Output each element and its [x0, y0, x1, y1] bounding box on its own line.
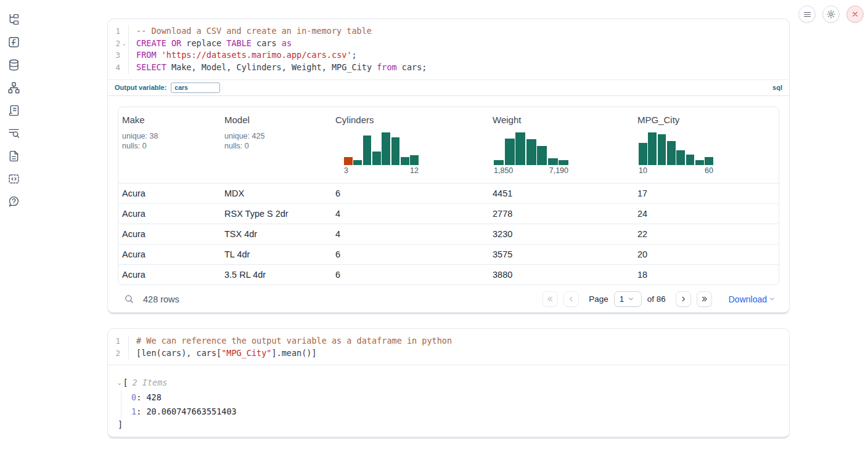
- code-text: [len(cars), cars["MPG_City"].mean()]: [128, 347, 789, 360]
- table-cell: TSX 4dr: [221, 224, 332, 244]
- hist-bar: [494, 160, 504, 165]
- hist-bar: [401, 157, 409, 165]
- table-row[interactable]: AcuraTL 4dr6357520: [118, 244, 779, 264]
- table-cell: 3575: [489, 245, 634, 264]
- tree-value: 20.060747663551403: [146, 407, 236, 416]
- column-name[interactable]: Cylinders: [335, 115, 485, 125]
- download-button[interactable]: Download: [729, 294, 776, 304]
- tree-value: 428: [146, 392, 161, 402]
- logs-icon: [7, 127, 20, 140]
- hist-bar: [639, 143, 647, 165]
- column-name[interactable]: MPG_City: [637, 115, 775, 125]
- previous-page-button[interactable]: [563, 291, 579, 307]
- output-variable-input[interactable]: [171, 83, 220, 93]
- menu-icon: [803, 10, 812, 19]
- column-header-cylinders: Cylinders312: [332, 107, 489, 183]
- hist-bar: [372, 152, 381, 165]
- code-text: CREATE OR replace TABLE cars as: [128, 38, 789, 50]
- sidebar-item-snippets[interactable]: [6, 172, 21, 185]
- code-text: -- Download a CSV and create an in-memor…: [128, 25, 789, 38]
- axis-min-label: 1,850: [494, 166, 513, 175]
- tree-entry: 1: 20.060747663551403: [131, 405, 779, 419]
- next-page-icon: [679, 295, 687, 303]
- table-cell: Acura: [118, 184, 221, 203]
- hist-bar: [695, 160, 704, 165]
- sidebar-item-scratchpad[interactable]: [6, 103, 21, 117]
- table-cell: 3230: [489, 224, 634, 244]
- line-number: 3: [108, 49, 120, 62]
- code-line[interactable]: 2[len(cars), cars["MPG_City"].mean()]: [108, 347, 789, 360]
- histogram-axis-labels: 312: [344, 166, 419, 175]
- settings-icon: [826, 9, 836, 19]
- column-header-model: Modelunique: 425nulls: 0: [221, 107, 332, 183]
- table-row[interactable]: AcuraRSX Type S 2dr4277824: [118, 203, 779, 224]
- table-cell: 2778: [489, 204, 634, 224]
- output-variable-label: Output variable:: [115, 84, 166, 91]
- sidebar-item-file-explorer[interactable]: [6, 12, 21, 26]
- tree-open-bracket: [: [123, 378, 128, 387]
- sql-code-editor[interactable]: 1-- Download a CSV and create an in-memo…: [108, 19, 789, 79]
- hist-bar: [363, 136, 372, 165]
- column-name[interactable]: Weight: [493, 115, 630, 125]
- fold-spacer: [120, 347, 128, 360]
- row-count: 428 rows: [143, 294, 179, 304]
- sidebar-item-datasources[interactable]: [6, 58, 21, 71]
- table-row[interactable]: Acura3.5 RL 4dr6388018: [118, 264, 779, 285]
- tree-separator: :: [136, 392, 146, 402]
- cell-sql: 1-- Download a CSV and create an in-memo…: [107, 18, 790, 314]
- settings-button[interactable]: [822, 6, 840, 23]
- column-stat: unique: 425: [224, 131, 328, 142]
- first-page-button[interactable]: [542, 291, 558, 307]
- sidebar-item-dependency-graph[interactable]: [6, 81, 21, 94]
- column-name[interactable]: Make: [122, 115, 217, 125]
- histogram-bars: [494, 132, 568, 165]
- last-page-button[interactable]: [697, 291, 712, 307]
- hist-bar: [382, 132, 390, 165]
- next-page-button[interactable]: [676, 291, 691, 307]
- sidebar-item-logs[interactable]: [6, 126, 21, 140]
- code-line[interactable]: 1# We can reference the output variable …: [108, 335, 789, 347]
- line-number: 2: [108, 347, 120, 360]
- table-cell: Acura: [118, 204, 221, 224]
- table-cell: 3.5 RL 4dr: [221, 265, 332, 285]
- page-select-value: 1: [620, 294, 624, 304]
- python-code-editor[interactable]: 1# We can reference the output variable …: [108, 329, 789, 365]
- output-variable-bar: Output variable: sql: [108, 79, 789, 96]
- column-header-make: Makeunique: 38nulls: 0: [118, 107, 221, 183]
- cell-python: 1# We can reference the output variable …: [107, 328, 790, 439]
- column-stat: nulls: 0: [224, 141, 328, 152]
- fold-chevron-icon[interactable]: ⌄: [120, 38, 128, 50]
- code-line[interactable]: 3FROM 'https://datasets.marimo.app/cars.…: [108, 49, 789, 62]
- marimo-notebook: { "icons": { "sidebar": ["file-explorer-…: [0, 0, 868, 449]
- datasources-icon: [7, 59, 20, 71]
- fold-spacer: [120, 62, 128, 74]
- hist-bar: [537, 146, 547, 165]
- snippets-icon: [7, 172, 20, 185]
- code-line[interactable]: 4SELECT Make, Model, Cylinders, Weight, …: [108, 62, 789, 74]
- tree-key: 1: [131, 407, 136, 416]
- hist-bar: [410, 155, 419, 165]
- page-select[interactable]: 1: [614, 291, 642, 307]
- page-label: Page: [589, 294, 608, 304]
- menu-button[interactable]: [798, 6, 816, 23]
- help-icon: [7, 195, 20, 208]
- column-name[interactable]: Model: [224, 115, 328, 125]
- column-stat: nulls: 0: [122, 141, 217, 152]
- sidebar-item-functions[interactable]: [6, 35, 21, 49]
- chevron-down-icon: [628, 296, 634, 302]
- result-tree: ⌄ [ 2 Items 0: 4281: 20.060747663551403 …: [108, 365, 789, 431]
- histogram-axis-labels: 1,8507,190: [494, 166, 568, 175]
- code-line[interactable]: 2⌄CREATE OR replace TABLE cars as: [108, 38, 789, 50]
- collapse-chevron-icon[interactable]: ⌄: [118, 379, 123, 386]
- table-cell: 24: [634, 204, 779, 224]
- table-row[interactable]: AcuraMDX6445117: [118, 183, 779, 203]
- hist-bar: [526, 139, 536, 165]
- sidebar-item-documentation[interactable]: [6, 149, 21, 163]
- hist-bar: [658, 134, 666, 165]
- code-line[interactable]: 1-- Download a CSV and create an in-memo…: [108, 25, 789, 38]
- sidebar-item-help[interactable]: [6, 195, 21, 208]
- search-button[interactable]: [121, 292, 136, 307]
- notebook-actions: [798, 6, 864, 23]
- table-row[interactable]: AcuraTSX 4dr4323022: [118, 224, 779, 244]
- shutdown-button[interactable]: [846, 6, 864, 23]
